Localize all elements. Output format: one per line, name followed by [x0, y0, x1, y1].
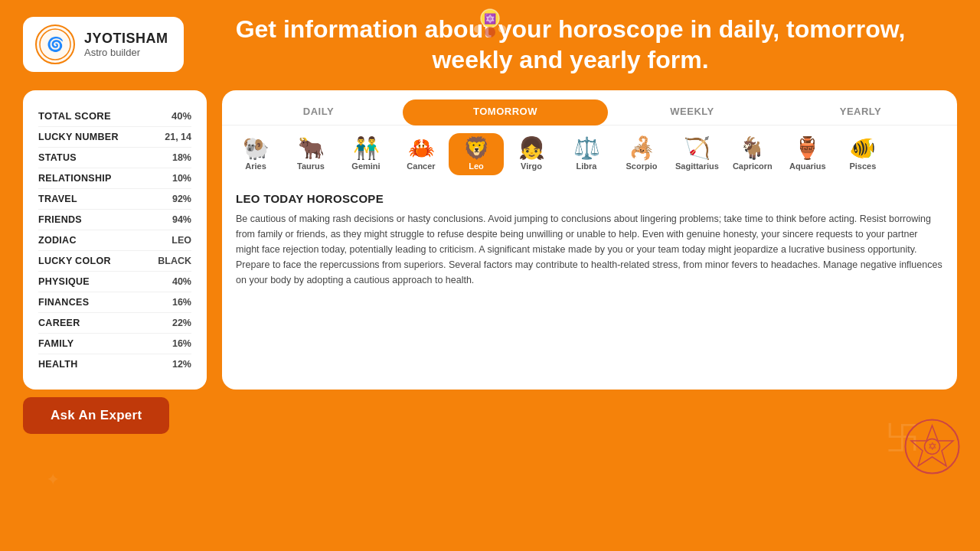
- score-row-friends: FRIENDS94%: [38, 210, 191, 230]
- score-label: FAMILY: [38, 338, 74, 349]
- score-value: 16%: [172, 338, 191, 349]
- score-value: LEO: [172, 235, 191, 246]
- zodiac-name-cancer: Cancer: [407, 161, 435, 171]
- zodiac-emoji-scorpio: 🦂: [629, 138, 655, 159]
- score-label: STATUS: [38, 152, 77, 163]
- zodiac-item-scorpio[interactable]: 🦂Scorpio: [614, 133, 669, 175]
- zodiac-emoji-taurus: 🐂: [298, 138, 325, 159]
- ask-expert-button[interactable]: Ask An Expert: [23, 397, 169, 434]
- score-label: LUCKY NUMBER: [38, 132, 119, 142]
- score-row-lucky-number: LUCKY NUMBER21, 14: [38, 127, 191, 148]
- score-label: FINANCES: [38, 297, 89, 308]
- horoscope-panel: DAILYTOMORROWWEEKLYYEARLY 🐏Aries🐂Taurus👬…: [222, 90, 957, 390]
- score-row-family: FAMILY16%: [38, 334, 191, 354]
- svg-point-3: [485, 27, 495, 37]
- svg-text:🔯: 🔯: [484, 12, 497, 25]
- score-label: ZODIAC: [38, 235, 77, 246]
- zodiac-name-scorpio: Scorpio: [626, 161, 658, 171]
- zodiac-name-aries: Aries: [245, 161, 266, 171]
- score-card: TOTAL SCORE40%LUCKY NUMBER21, 14STATUS18…: [23, 90, 207, 390]
- zodiac-item-gemini[interactable]: 👬Gemini: [338, 133, 394, 175]
- zodiac-name-gemini: Gemini: [351, 161, 380, 171]
- tab-tomorrow[interactable]: TOMORROW: [403, 99, 608, 126]
- score-value: 22%: [172, 318, 191, 328]
- zodiac-emoji-capricorn: 🐐: [739, 138, 766, 159]
- zodiac-name-pisces: Pisces: [849, 161, 876, 171]
- zodiac-emoji-virgo: 👧: [518, 138, 545, 159]
- tab-weekly[interactable]: WEEKLY: [608, 99, 776, 125]
- horoscope-text: Be cautious of making rash decisions or …: [236, 211, 943, 288]
- score-value: 16%: [172, 297, 191, 308]
- top-emblem: 🔯: [467, 8, 513, 38]
- svg-point-2: [474, 25, 482, 33]
- score-label: TRAVEL: [38, 194, 77, 204]
- zodiac-name-taurus: Taurus: [297, 161, 325, 171]
- zodiac-name-leo: Leo: [469, 161, 484, 171]
- decor-star-bl2: ✦: [46, 470, 60, 490]
- score-row-lucky-color: LUCKY COLORBLACK: [38, 251, 191, 272]
- logo-box: 🌀 JYOTISHAM Astro builder: [23, 17, 184, 72]
- zodiac-emoji-cancer: 🦀: [408, 138, 435, 159]
- score-row-relationship: RELATIONSHIP10%: [38, 168, 191, 189]
- svg-text:🌀: 🌀: [47, 36, 64, 53]
- zodiac-item-pisces[interactable]: 🐠Pisces: [835, 133, 890, 175]
- zodiac-name-capricorn: Capricorn: [733, 161, 773, 171]
- logo-text-block: JYOTISHAM Astro builder: [84, 31, 168, 58]
- horoscope-content: LEO TODAY HOROSCOPE Be cautious of makin…: [222, 183, 957, 390]
- score-value: 21, 14: [165, 132, 191, 142]
- tab-daily[interactable]: DAILY: [234, 99, 403, 125]
- score-row-zodiac: ZODIACLEO: [38, 230, 191, 251]
- score-value: BLACK: [158, 256, 191, 266]
- zodiac-item-capricorn[interactable]: 🐐Capricorn: [725, 133, 780, 175]
- zodiac-item-libra[interactable]: ⚖️Libra: [559, 133, 614, 175]
- score-label: PHYSIQUE: [38, 276, 90, 287]
- zodiac-row: 🐏Aries🐂Taurus👬Gemini🦀Cancer🦁Leo👧Virgo⚖️L…: [222, 126, 957, 183]
- score-row-physique: PHYSIQUE40%: [38, 272, 191, 292]
- score-row-travel: TRAVEL92%: [38, 189, 191, 210]
- score-label: LUCKY COLOR: [38, 256, 111, 266]
- zodiac-emoji-leo: 🦁: [463, 138, 490, 159]
- zodiac-item-sagittarius[interactable]: 🏹Sagittarius: [669, 133, 725, 175]
- zodiac-item-virgo[interactable]: 👧Virgo: [504, 133, 559, 175]
- score-value: 10%: [172, 173, 191, 184]
- zodiac-emoji-aries: 🐏: [243, 138, 270, 159]
- svg-text:✡: ✡: [928, 440, 937, 452]
- logo-name: JYOTISHAM: [84, 31, 168, 47]
- header-title: Get information about your horoscope in …: [184, 14, 957, 75]
- score-row-total-score: TOTAL SCORE40%: [38, 106, 191, 127]
- zodiac-name-sagittarius: Sagittarius: [675, 161, 719, 171]
- zodiac-emoji-sagittarius: 🏹: [684, 138, 710, 159]
- zodiac-item-aquarius[interactable]: 🏺Aquarius: [780, 133, 835, 175]
- score-row-health: HEALTH12%: [38, 354, 191, 374]
- svg-point-4: [498, 25, 506, 33]
- tab-yearly[interactable]: YEARLY: [776, 99, 945, 125]
- score-value: 40%: [172, 110, 191, 122]
- zodiac-item-aries[interactable]: 🐏Aries: [228, 133, 283, 175]
- score-row-finances: FINANCES16%: [38, 292, 191, 313]
- zodiac-emoji-libra: ⚖️: [573, 138, 600, 159]
- right-emblem: ✡: [903, 418, 961, 478]
- zodiac-name-virgo: Virgo: [521, 161, 542, 171]
- logo-sub: Astro builder: [84, 47, 168, 58]
- score-row-status: STATUS18%: [38, 148, 191, 168]
- score-label: FRIENDS: [38, 214, 82, 225]
- zodiac-name-libra: Libra: [577, 161, 597, 171]
- score-label: CAREER: [38, 318, 80, 328]
- score-value: 18%: [172, 152, 191, 163]
- zodiac-item-taurus[interactable]: 🐂Taurus: [283, 133, 338, 175]
- score-value: 92%: [172, 194, 191, 204]
- score-value: 12%: [172, 359, 191, 370]
- main-layout: TOTAL SCORE40%LUCKY NUMBER21, 14STATUS18…: [0, 83, 980, 397]
- zodiac-item-cancer[interactable]: 🦀Cancer: [394, 133, 449, 175]
- score-value: 94%: [172, 214, 191, 225]
- score-row-career: CAREER22%: [38, 313, 191, 334]
- ask-btn-container: Ask An Expert: [0, 397, 980, 442]
- zodiac-emoji-aquarius: 🏺: [794, 138, 821, 159]
- score-value: 40%: [172, 276, 191, 287]
- tabs-container: DAILYTOMORROWWEEKLYYEARLY: [222, 90, 957, 126]
- zodiac-emoji-gemini: 👬: [353, 138, 380, 159]
- horoscope-title: LEO TODAY HOROSCOPE: [236, 192, 943, 205]
- logo-emblem: 🌀: [35, 24, 75, 64]
- score-label: TOTAL SCORE: [38, 110, 111, 122]
- zodiac-item-leo[interactable]: 🦁Leo: [449, 133, 504, 175]
